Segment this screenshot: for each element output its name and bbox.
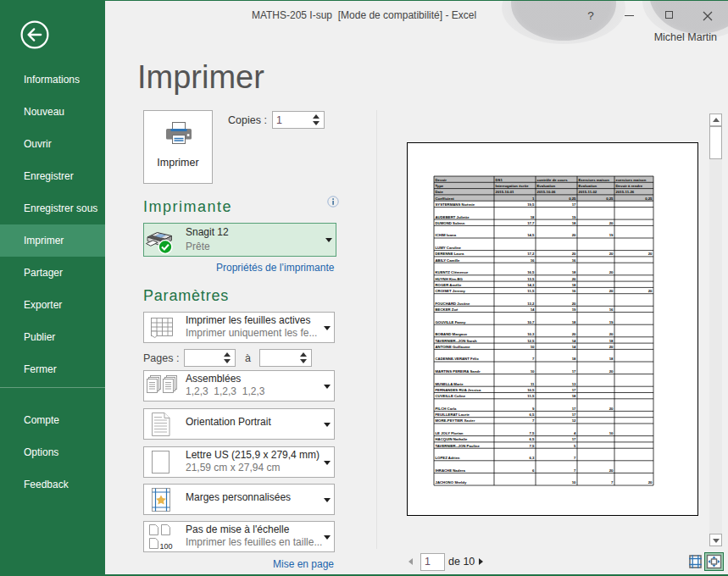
svg-text:18: 18 (609, 339, 614, 343)
svg-text:7: 7 (611, 480, 614, 485)
svg-text:14,3: 14,3 (527, 283, 535, 287)
svg-text:19,5: 19,5 (527, 202, 535, 207)
svg-text:7: 7 (574, 468, 576, 473)
svg-text:TAVERNIER--JON Pauline: TAVERNIER--JON Pauline (436, 444, 481, 448)
svg-text:10,5: 10,5 (527, 388, 535, 392)
svg-text:6,3: 6,3 (530, 456, 536, 460)
svg-text:20: 20 (609, 345, 614, 349)
svg-text:Evaluation: Evaluation (579, 184, 597, 188)
svg-text:13,5: 13,5 (527, 277, 535, 281)
svg-text:12: 12 (572, 418, 576, 423)
svg-text:exercices maison: exercices maison (616, 178, 647, 182)
svg-text:16: 16 (609, 307, 614, 312)
svg-text:7,5: 7,5 (530, 431, 536, 435)
svg-text:14: 14 (531, 307, 535, 312)
svg-text:14,5: 14,5 (527, 233, 535, 237)
svg-text:AUDEBERT Juliette: AUDEBERT Juliette (436, 215, 470, 219)
svg-text:7: 7 (532, 418, 535, 423)
svg-text:Evaluation: Evaluation (537, 184, 556, 188)
svg-text:18: 18 (572, 357, 576, 361)
svg-text:10: 10 (531, 345, 535, 349)
svg-text:100: 100 (160, 542, 173, 551)
svg-text:13: 13 (572, 382, 576, 386)
svg-text:KUENTZ Clémence: KUENTZ Clémence (436, 270, 470, 274)
svg-text:IHRACHE Nadera: IHRACHE Nadera (436, 468, 466, 473)
svg-text:20: 20 (609, 289, 614, 293)
svg-text:12,5: 12,5 (527, 339, 535, 343)
svg-text:20: 20 (648, 480, 653, 485)
svg-text:20: 20 (572, 277, 576, 281)
svg-text:16: 16 (572, 258, 576, 263)
svg-text:DERENNE Laura: DERENNE Laura (436, 252, 465, 256)
svg-text:17,7: 17,7 (527, 221, 535, 225)
svg-text:20: 20 (572, 302, 576, 306)
svg-text:17: 17 (572, 202, 576, 207)
svg-text:10,3: 10,3 (527, 332, 535, 336)
svg-text:19: 19 (572, 307, 576, 312)
svg-text:CUVEILLE Coline: CUVEILLE Coline (436, 394, 466, 398)
svg-text:20: 20 (572, 233, 576, 237)
svg-text:FOUCHARD Justine: FOUCHARD Justine (436, 302, 470, 306)
svg-text:BECKER Zoé: BECKER Zoé (436, 307, 459, 312)
svg-text:0,25: 0,25 (606, 197, 614, 201)
svg-text:CROISET Jeremy: CROISET Jeremy (436, 289, 466, 293)
svg-text:2015-10-06: 2015-10-06 (537, 190, 557, 194)
svg-text:Type: Type (436, 184, 444, 188)
svg-text:Date: Date (436, 190, 444, 194)
svg-text:17,2: 17,2 (527, 252, 535, 256)
svg-text:0,25: 0,25 (645, 197, 653, 201)
svg-text:JACHONO Sheldy: JACHONO Sheldy (436, 480, 467, 485)
svg-text:MARTINS PEREIRA Sandr: MARTINS PEREIRA Sandr (436, 369, 481, 374)
svg-text:6: 6 (532, 468, 535, 473)
svg-text:16: 16 (572, 289, 576, 293)
svg-text:18: 18 (572, 394, 576, 398)
svg-text:20: 20 (609, 369, 614, 374)
svg-text:10: 10 (531, 369, 535, 374)
svg-text:LOPEZ Adrien: LOPEZ Adrien (436, 456, 460, 460)
svg-text:PILCH Carla: PILCH Carla (436, 407, 457, 411)
svg-text:HACQUIN Nathalie: HACQUIN Nathalie (436, 437, 469, 441)
svg-text:ANTOINE Guillaume: ANTOINE Guillaume (436, 345, 471, 349)
svg-text:18: 18 (609, 357, 614, 361)
svg-text:6,5: 6,5 (530, 437, 536, 441)
svg-text:GOUVILLE Fanny: GOUVILLE Fanny (436, 320, 466, 324)
svg-text:TAVERNIER--JON Sarah: TAVERNIER--JON Sarah (436, 339, 477, 343)
svg-text:10: 10 (609, 431, 614, 435)
svg-text:6,5: 6,5 (530, 413, 536, 417)
svg-text:17: 17 (572, 407, 576, 411)
svg-text:18: 18 (572, 221, 576, 225)
svg-text:CADENNE-VERANT Félix: CADENNE-VERANT Félix (436, 357, 480, 361)
svg-text:16,5: 16,5 (527, 270, 535, 274)
svg-text:20: 20 (648, 289, 653, 293)
svg-text:ABILY Camille: ABILY Camille (436, 258, 461, 263)
svg-text:11,5: 11,5 (527, 394, 535, 398)
svg-text:20: 20 (572, 252, 576, 256)
svg-text:20: 20 (609, 407, 614, 411)
svg-text:FERNANDES RUA Jessica: FERNANDES RUA Jessica (436, 388, 481, 392)
svg-text:17: 17 (572, 388, 576, 392)
svg-text:BOBAND Margaux: BOBAND Margaux (436, 332, 468, 336)
svg-text:19: 19 (609, 320, 614, 324)
svg-text:2015-10-01: 2015-10-01 (496, 190, 515, 194)
svg-text:14: 14 (572, 345, 576, 349)
svg-text:ROGER Amélie: ROGER Amélie (436, 283, 462, 287)
svg-text:18: 18 (572, 320, 576, 324)
svg-text:Exercices maison: Exercices maison (579, 178, 610, 182)
svg-text:9: 9 (532, 407, 535, 411)
svg-text:16: 16 (531, 258, 535, 263)
svg-text:11,5: 11,5 (527, 289, 535, 293)
svg-text:18: 18 (572, 283, 576, 287)
svg-text:DS1: DS1 (496, 178, 503, 182)
svg-text:18: 18 (572, 270, 576, 274)
svg-text:ICHIM Ioana: ICHIM Ioana (436, 233, 457, 237)
svg-text:LUMY Caroline: LUMY Caroline (436, 246, 462, 250)
svg-text:MUSELLA Marie: MUSELLA Marie (436, 382, 464, 386)
svg-text:17: 17 (572, 437, 576, 441)
svg-text:5: 5 (574, 444, 576, 448)
svg-text:2015-11-02: 2015-11-02 (579, 190, 597, 194)
svg-text:Devoir à rendre: Devoir à rendre (616, 184, 643, 188)
svg-text:20: 20 (609, 332, 614, 336)
svg-text:FEUILLERAT Laurie: FEUILLERAT Laurie (436, 413, 470, 417)
svg-text:13,2: 13,2 (527, 302, 535, 306)
svg-text:20: 20 (609, 270, 614, 274)
